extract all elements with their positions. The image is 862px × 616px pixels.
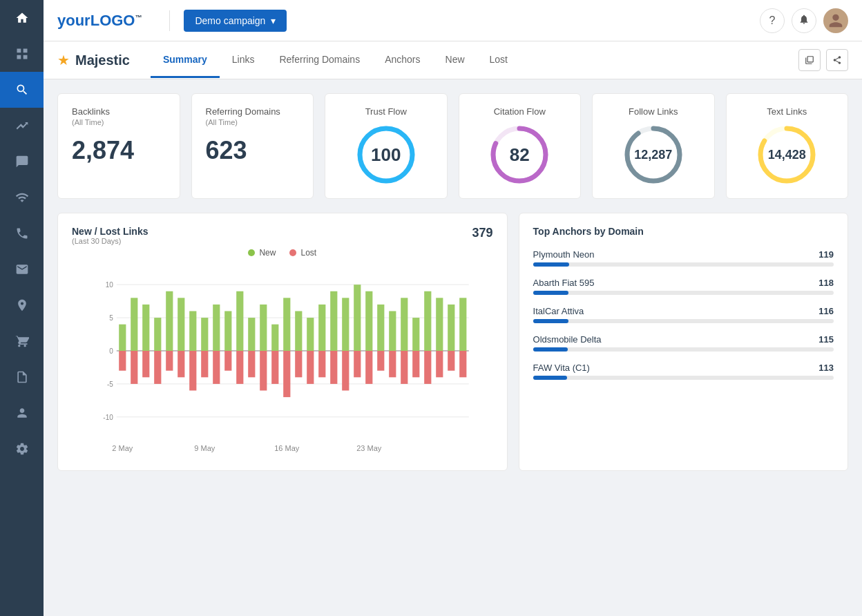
sidebar-item-report[interactable] — [0, 359, 44, 395]
anchor-bar-fill — [533, 319, 568, 323]
svg-rect-74 — [448, 305, 454, 351]
svg-rect-61 — [365, 351, 372, 384]
svg-rect-68 — [412, 318, 419, 351]
sidebar-item-chart[interactable] — [0, 108, 44, 144]
svg-rect-48 — [295, 311, 302, 352]
svg-rect-41 — [248, 351, 255, 377]
svg-rect-65 — [389, 351, 396, 377]
main-area: yourLOGO™ Demo campaign ▾ ? ★ Majestic — [44, 0, 862, 616]
dropdown-arrow-icon: ▾ — [271, 15, 276, 26]
chart-title: New / Lost Links — [72, 226, 148, 237]
tab-lost[interactable]: Lost — [477, 43, 520, 78]
svg-rect-72 — [436, 298, 443, 351]
sidebar-item-phone[interactable] — [0, 215, 44, 251]
metric-card-text-links: Text Links 14,428 — [726, 93, 849, 199]
brand-star-icon: ★ — [57, 52, 70, 68]
svg-rect-50 — [307, 318, 314, 351]
follow-links-title: Follow Links — [629, 106, 678, 117]
svg-rect-43 — [260, 351, 267, 391]
sidebar-item-user[interactable] — [0, 395, 44, 431]
svg-rect-66 — [401, 298, 408, 351]
anchor-name: ItalCar Attiva — [533, 306, 584, 316]
anchor-bar-bg — [533, 262, 834, 267]
sidebar-item-signal[interactable] — [0, 180, 44, 215]
svg-rect-29 — [178, 351, 184, 377]
follow-links-value: 12,287 — [634, 148, 672, 162]
tab-referring-domains[interactable]: Referring Domains — [267, 43, 372, 78]
svg-rect-59 — [354, 351, 361, 377]
text-links-gauge: 14,428 — [756, 124, 818, 186]
svg-rect-51 — [307, 351, 314, 384]
svg-rect-40 — [248, 318, 255, 351]
svg-rect-39 — [236, 351, 243, 384]
text-links-value: 14,428 — [768, 148, 806, 162]
anchor-item: Abarth Fiat 595118 — [533, 278, 834, 295]
user-avatar[interactable] — [823, 8, 848, 33]
anchor-row: Abarth Fiat 595118 — [533, 278, 834, 288]
svg-rect-25 — [154, 351, 161, 384]
anchor-item: ItalCar Attiva116 — [533, 306, 834, 323]
sidebar-item-search[interactable] — [0, 72, 44, 108]
sidebar-item-location[interactable] — [0, 287, 44, 323]
sidebar-item-grid[interactable] — [0, 36, 44, 72]
logo-name: LOGO — [90, 12, 135, 29]
sidebar-item-home[interactable] — [0, 0, 44, 36]
tab-anchors[interactable]: Anchors — [372, 43, 432, 78]
sidebar-item-chat[interactable] — [0, 144, 44, 180]
legend-lost-label: Lost — [300, 248, 316, 258]
anchor-item: Plymouth Neon119 — [533, 249, 834, 267]
citation-flow-gauge: 82 — [488, 124, 550, 186]
legend-lost-dot — [289, 249, 296, 256]
trust-flow-title: Trust Flow — [365, 106, 407, 117]
legend-new-label: New — [259, 248, 276, 258]
anchor-name: FAW Vita (C1) — [533, 363, 590, 373]
tabbar: ★ Majestic Summary Links Referring Domai… — [44, 41, 862, 79]
anchor-name: Plymouth Neon — [533, 249, 595, 260]
metric-card-referring: Referring Domains (All Time) 623 — [191, 93, 314, 199]
sidebar-item-cart[interactable] — [0, 323, 44, 359]
svg-rect-53 — [318, 351, 325, 377]
charts-row: New / Lost Links (Last 30 Days) 379 New … — [57, 213, 848, 471]
citation-flow-value: 82 — [510, 144, 530, 166]
share-button[interactable] — [826, 49, 848, 71]
chart-title-group: New / Lost Links (Last 30 Days) — [72, 226, 148, 245]
svg-rect-20 — [131, 298, 137, 351]
campaign-label: Demo campaign — [195, 15, 265, 26]
backlinks-sub: (All Time) — [72, 118, 104, 126]
svg-rect-69 — [412, 351, 419, 377]
sidebar-item-mail[interactable] — [0, 251, 44, 287]
help-button[interactable]: ? — [760, 8, 785, 33]
logo-tm: ™ — [135, 13, 142, 21]
anchor-bar-fill — [533, 262, 569, 267]
chart-header: New / Lost Links (Last 30 Days) 379 — [72, 226, 493, 245]
tab-links[interactable]: Links — [220, 43, 267, 78]
anchor-name: Abarth Fiat 595 — [533, 278, 595, 288]
notifications-button[interactable] — [792, 8, 816, 33]
svg-rect-36 — [224, 311, 231, 352]
anchor-item: Oldsmobile Delta115 — [533, 334, 834, 352]
svg-rect-35 — [213, 351, 220, 384]
tab-summary[interactable]: Summary — [151, 43, 220, 78]
referring-value: 623 — [206, 136, 247, 165]
help-icon: ? — [769, 15, 776, 27]
trust-flow-gauge: 100 — [355, 124, 417, 186]
svg-rect-22 — [142, 305, 149, 351]
sidebar-item-settings[interactable] — [0, 431, 44, 467]
svg-rect-27 — [166, 351, 173, 371]
svg-rect-63 — [377, 351, 384, 371]
columns-button[interactable] — [798, 49, 821, 71]
anchor-item: FAW Vita (C1)113 — [533, 363, 834, 380]
svg-rect-60 — [365, 291, 372, 351]
anchor-row: Plymouth Neon119 — [533, 249, 834, 260]
tab-new[interactable]: New — [433, 43, 477, 78]
campaign-button[interactable]: Demo campaign ▾ — [184, 10, 287, 32]
anchor-count: 116 — [818, 306, 834, 316]
svg-rect-73 — [436, 351, 443, 377]
svg-rect-77 — [459, 351, 466, 377]
svg-text:23 May: 23 May — [356, 444, 382, 452]
trust-flow-value: 100 — [371, 144, 401, 166]
svg-rect-37 — [224, 351, 231, 371]
svg-rect-70 — [424, 291, 431, 351]
content-area: ★ Majestic Summary Links Referring Domai… — [44, 41, 862, 616]
svg-rect-33 — [201, 351, 208, 377]
